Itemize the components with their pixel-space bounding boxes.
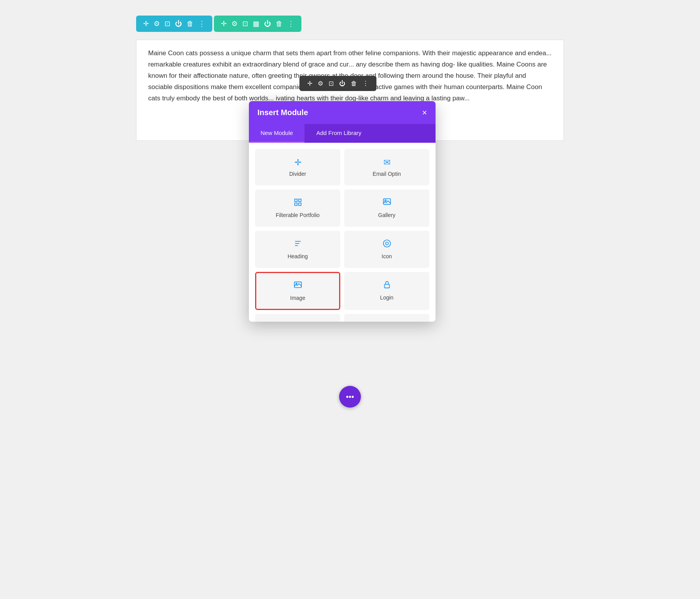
move-icon[interactable]: ✛ — [143, 19, 149, 28]
module-item-email-optin[interactable]: ✉ Email Optin — [344, 149, 429, 186]
svg-rect-13 — [384, 284, 389, 288]
move-icon-3[interactable]: ✛ — [307, 80, 312, 87]
insert-module-modal: Insert Module × New Module Add From Libr… — [249, 101, 436, 322]
bottom-more-button[interactable]: ••• — [339, 386, 361, 408]
settings-icon[interactable]: ⚙ — [154, 19, 160, 28]
power-icon-3[interactable]: ⏻ — [339, 80, 345, 87]
power-icon-2[interactable]: ⏻ — [264, 20, 271, 28]
modal-close-button[interactable]: × — [422, 109, 427, 117]
svg-point-5 — [385, 200, 386, 201]
grid-icon[interactable]: ▦ — [253, 19, 259, 28]
more-icon-3[interactable]: ⋮ — [362, 80, 369, 87]
email-optin-icon: ✉ — [383, 158, 390, 168]
delete-icon[interactable]: 🗑 — [187, 20, 194, 28]
svg-point-10 — [385, 242, 388, 245]
delete-icon-3[interactable]: 🗑 — [351, 80, 357, 87]
svg-point-12 — [296, 283, 297, 284]
duplicate-icon-2[interactable]: ⊡ — [242, 19, 248, 28]
svg-rect-1 — [298, 199, 301, 201]
toolbar-blue[interactable]: ✛ ⚙ ⊡ ⏻ 🗑 ⋮ — [136, 16, 212, 32]
toolbar-dark[interactable]: ✛ ⚙ ⊡ ⏻ 🗑 ⋮ — [299, 76, 376, 91]
icon-module-icon — [383, 239, 391, 250]
filterable-portfolio-icon — [294, 198, 302, 209]
more-icon[interactable]: ⋮ — [198, 19, 205, 28]
module-item-menu[interactable]: Menu — [344, 314, 429, 322]
tab-new-module[interactable]: New Module — [249, 124, 304, 143]
module-item-map[interactable]: Map — [255, 314, 340, 322]
module-item-icon[interactable]: Icon — [344, 231, 429, 268]
duplicate-icon-3[interactable]: ⊡ — [329, 80, 334, 87]
divider-icon: ✛ — [294, 158, 301, 168]
gallery-label: Gallery — [378, 212, 395, 218]
divider-label: Divider — [289, 171, 306, 177]
login-icon — [383, 280, 391, 291]
move-icon-2[interactable]: ✛ — [221, 19, 227, 28]
power-icon[interactable]: ⏻ — [175, 20, 182, 28]
module-item-image[interactable]: Image — [255, 272, 340, 310]
delete-icon-2[interactable]: 🗑 — [276, 20, 283, 28]
module-item-filterable-portfolio[interactable]: Filterable Portfolio — [255, 189, 340, 227]
duplicate-icon[interactable]: ⊡ — [164, 19, 170, 28]
image-icon — [294, 281, 302, 292]
modal-header: Insert Module × — [249, 101, 436, 124]
settings-icon-2[interactable]: ⚙ — [231, 19, 238, 28]
svg-rect-0 — [294, 199, 297, 201]
icon-label: Icon — [382, 253, 392, 259]
module-item-login[interactable]: Login — [344, 272, 429, 310]
modal-title: Insert Module — [257, 108, 308, 117]
svg-rect-3 — [298, 203, 301, 205]
heading-icon — [294, 239, 302, 250]
more-icon-2[interactable]: ⋮ — [287, 19, 294, 28]
module-item-divider[interactable]: ✛ Divider — [255, 149, 340, 186]
module-grid: ✛ Divider ✉ Email Optin Filterable Portf… — [249, 143, 436, 322]
heading-label: Heading — [287, 253, 308, 259]
email-optin-label: Email Optin — [373, 171, 401, 177]
toolbar-teal[interactable]: ✛ ⚙ ⊡ ▦ ⏻ 🗑 ⋮ — [214, 16, 301, 32]
module-item-heading[interactable]: Heading — [255, 231, 340, 268]
svg-rect-2 — [294, 203, 297, 205]
module-item-gallery[interactable]: Gallery — [344, 189, 429, 227]
bottom-more-label: ••• — [346, 392, 354, 401]
gallery-icon — [383, 198, 391, 209]
page-wrapper: ✛ ⚙ ⊡ ⏻ 🗑 ⋮ ✛ ⚙ ⊡ ▦ ⏻ 🗑 ⋮ ✛ ⚙ ⊡ ⏻ 🗑 ⋮ Ma… — [136, 16, 564, 408]
svg-point-9 — [383, 240, 390, 247]
filterable-portfolio-label: Filterable Portfolio — [276, 212, 320, 218]
tab-add-from-library[interactable]: Add From Library — [304, 124, 373, 143]
image-label: Image — [290, 295, 305, 301]
settings-icon-3[interactable]: ⚙ — [318, 80, 323, 87]
modal-tabs: New Module Add From Library — [249, 124, 436, 143]
login-label: Login — [380, 294, 393, 301]
